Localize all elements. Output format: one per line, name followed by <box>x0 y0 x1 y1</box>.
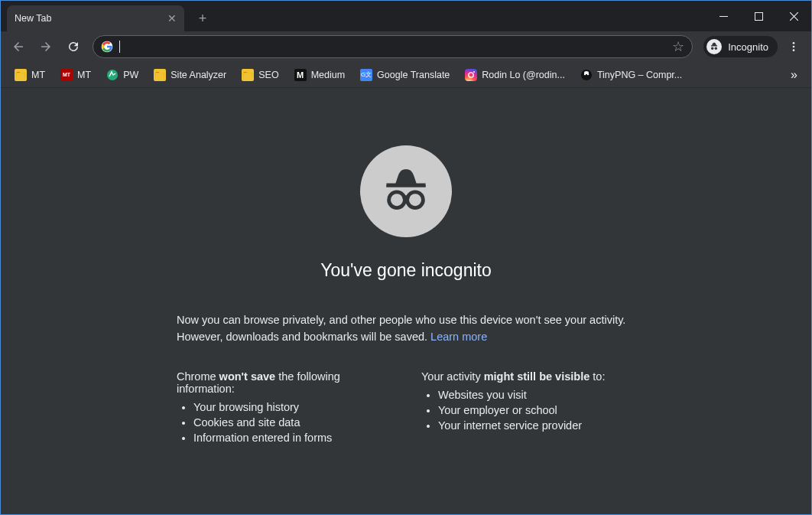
bookmark-item[interactable]: MMedium <box>288 65 351 85</box>
list-item: Your internet service provider <box>438 419 635 432</box>
tab-title: New Tab <box>15 13 51 24</box>
bookmark-item[interactable]: Rodin Lo (@rodin... <box>459 65 571 85</box>
bookmark-label: PW <box>123 70 138 80</box>
learn-more-link[interactable]: Learn more <box>430 331 487 343</box>
svg-rect-1 <box>755 12 762 20</box>
page-heading: You've gone incognito <box>320 260 492 281</box>
wont-save-column: Chrome won't save the following informat… <box>177 370 391 447</box>
close-tab-icon[interactable]: ✕ <box>167 12 177 24</box>
svg-rect-9 <box>465 69 477 81</box>
new-tab-button[interactable]: + <box>192 8 213 29</box>
list-item: Cookies and site data <box>193 416 391 429</box>
incognito-label: Incognito <box>728 41 768 53</box>
incognito-badge[interactable]: Incognito <box>703 36 778 57</box>
bookmark-item[interactable]: TinyPNG – Compr... <box>574 65 688 85</box>
svg-point-7 <box>793 49 795 51</box>
bookmark-item[interactable]: PW <box>100 65 145 85</box>
bookmark-label: Google Translate <box>377 70 450 80</box>
forward-button[interactable] <box>33 34 59 59</box>
bookmark-item[interactable]: SEO <box>235 65 284 85</box>
menu-button[interactable] <box>781 34 807 59</box>
intro-text: Now you can browse privately, and other … <box>177 311 635 346</box>
address-bar[interactable]: ☆ <box>93 35 693 58</box>
bookmark-label: MT <box>77 70 91 80</box>
bookmark-item[interactable]: MT <box>8 65 51 85</box>
list-item: Information entered in forms <box>193 432 391 444</box>
svg-point-11 <box>473 71 475 73</box>
bookmark-item[interactable]: G文Google Translate <box>354 65 456 85</box>
svg-point-18 <box>408 192 424 208</box>
bookmarks-overflow-icon[interactable]: » <box>784 68 804 82</box>
bookmarks-bar: MTMTMTPWSite AnalyzerSEOMMediumG文Google … <box>1 62 811 88</box>
incognito-hero-icon <box>360 145 452 237</box>
visible-to-list: Websites you visitYour employer or schoo… <box>421 389 635 432</box>
bookmark-label: Site Analyzer <box>171 70 226 80</box>
bookmark-label: Rodin Lo (@rodin... <box>482 70 565 80</box>
svg-point-8 <box>107 70 118 80</box>
back-button[interactable] <box>5 34 31 59</box>
list-item: Your browsing history <box>193 401 391 413</box>
svg-point-6 <box>793 46 795 48</box>
search-engine-icon <box>101 41 113 53</box>
svg-point-15 <box>584 71 589 74</box>
svg-point-17 <box>389 192 405 208</box>
maximize-button[interactable] <box>741 1 776 31</box>
incognito-icon <box>706 39 722 54</box>
close-window-button[interactable] <box>776 1 811 31</box>
bookmark-item[interactable]: Site Analyzer <box>148 65 232 85</box>
tab-strip: New Tab ✕ + <box>1 1 811 31</box>
reload-button[interactable] <box>60 34 86 59</box>
bookmark-label: MT <box>31 70 45 80</box>
toolbar: ☆ Incognito <box>1 31 811 62</box>
browser-window: New Tab ✕ + <box>0 0 812 515</box>
wont-save-list: Your browsing historyCookies and site da… <box>177 401 391 444</box>
page-content: You've gone incognito Now you can browse… <box>1 88 811 514</box>
list-item: Your employer or school <box>438 404 635 416</box>
svg-point-5 <box>793 42 795 44</box>
bookmark-label: TinyPNG – Compr... <box>597 70 682 80</box>
list-item: Websites you visit <box>438 389 635 401</box>
bookmark-item[interactable]: MTMT <box>54 65 97 85</box>
svg-rect-16 <box>386 185 425 187</box>
bookmark-star-icon[interactable]: ☆ <box>672 38 684 55</box>
tab-new-tab[interactable]: New Tab ✕ <box>7 5 184 31</box>
window-controls <box>706 1 811 31</box>
visible-to-column: Your activity might still be visible to:… <box>421 370 635 447</box>
url-input[interactable] <box>126 36 666 57</box>
info-columns: Chrome won't save the following informat… <box>177 370 635 447</box>
minimize-button[interactable] <box>706 1 741 31</box>
text-cursor <box>119 41 120 53</box>
bookmark-label: SEO <box>258 70 278 80</box>
bookmark-label: Medium <box>311 70 345 80</box>
